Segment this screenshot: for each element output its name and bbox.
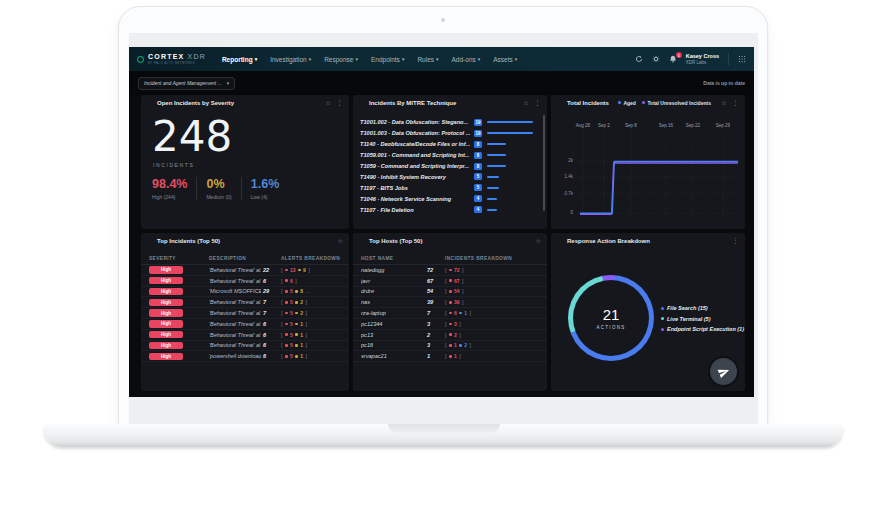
table-row[interactable]: pc132[2] (353, 330, 547, 341)
table-row[interactable]: natedogg72[72] (353, 265, 547, 276)
alerts-breakdown: [51] (281, 353, 341, 359)
nav-item-endpoints[interactable]: Endpoints▾ (371, 56, 404, 63)
alerts-count: 6 (263, 353, 281, 359)
apps-grid-icon[interactable] (738, 55, 746, 63)
table-row[interactable]: srvapac211[1] (353, 351, 547, 362)
table-row[interactable]: pc163[12] (353, 341, 547, 352)
col-header-alerts-breakdown: ALERTS BREAKDOWN (281, 256, 341, 261)
mitre-technique-name: T1197 - BITS Jobs (360, 185, 474, 191)
nav-item-add-ons[interactable]: Add-ons▾ (452, 56, 481, 63)
mitre-row[interactable]: T1140 - Deobfuscate/Decode Files or Inf.… (360, 139, 541, 150)
mitre-row[interactable]: T1001.003 - Data Obfuscation: Protocol .… (360, 128, 541, 139)
total-incidents-count: 248 (152, 116, 349, 158)
breakdown-value: 8 (300, 288, 303, 294)
mitre-row[interactable]: T1490 - Inhibit System Recovery5 (360, 171, 541, 182)
user-org: XDR Labs (686, 60, 719, 65)
breakdown-cell: [58… (281, 288, 341, 294)
mitre-row[interactable]: T1197 - BITS Jobs5 (360, 182, 541, 193)
favorite-star-icon[interactable]: ☆ (536, 237, 541, 244)
user-menu[interactable]: Kasey Cross XDR Labs (686, 53, 719, 64)
severity-cell: High (149, 320, 209, 328)
mitre-row[interactable]: T1046 - Network Service Scanning4 (360, 193, 541, 204)
mitre-row[interactable]: T1059 - Command and Scripting Interpr...… (360, 161, 541, 172)
table-row[interactable]: High'Behavioral Threat' al...6[51] (141, 341, 349, 352)
top-hosts-header: HOST NAMEINCIDENTS BREAKDOWN (353, 252, 547, 265)
kebab-menu-icon[interactable]: ⋮ (732, 237, 739, 245)
favorite-star-icon[interactable]: ☆ (326, 99, 331, 106)
table-row[interactable]: drdre54[54] (353, 287, 547, 298)
nav-item-response[interactable]: Response▾ (324, 56, 358, 63)
nav-item-investigation[interactable]: Investigation▾ (270, 56, 311, 63)
webcam-dot (441, 18, 445, 22)
bracket-close: ] (462, 267, 464, 273)
alerts-breakdown: [52] (281, 310, 341, 316)
chevron-down-icon: ▾ (478, 56, 481, 62)
breakdown-dot-red (449, 344, 452, 347)
table-row[interactable]: High'Behavioral Threat' al...6[51] (141, 319, 349, 330)
donut-legend-dot (661, 317, 664, 320)
nav-item-reporting[interactable]: Reporting▾ (222, 56, 257, 63)
host-name: javr (361, 278, 427, 284)
table-row[interactable]: javr67[67] (353, 276, 547, 287)
mitre-row[interactable]: T1059.001 - Command and Scripting Int...… (360, 150, 541, 161)
donut-legend-label: File Search (15) (667, 305, 708, 311)
breakdown-cell: [52] (281, 299, 341, 305)
refresh-icon[interactable] (635, 55, 643, 63)
incidents-count: 54 (427, 288, 445, 294)
kebab-menu-icon[interactable]: ⋮ (534, 99, 541, 107)
favorite-star-icon[interactable]: ☆ (338, 237, 343, 244)
breakdown-value: 1 (300, 332, 303, 338)
table-row[interactable]: rza-laptop7[61] (353, 308, 547, 319)
breakdown-value: 5 (290, 353, 293, 359)
bracket-open: [ (445, 288, 447, 294)
dashboard-selector-dropdown[interactable]: Incident and Agent Management ... ▾ (138, 77, 235, 90)
kebab-menu-icon[interactable]: ⋮ (336, 99, 343, 107)
severity-stat-high: 98.4%High (244) (152, 177, 196, 200)
nav-item-label: Response (324, 56, 353, 63)
breakdown-dot-yellow (295, 344, 298, 347)
nav-item-rules[interactable]: Rules▾ (417, 56, 438, 63)
mitre-count-badge: 8 (474, 163, 482, 170)
table-row[interactable]: nas39[39] (353, 297, 547, 308)
gear-icon[interactable] (652, 55, 660, 63)
mitre-count-badge: 19 (474, 119, 482, 126)
host-cell: pc16 (361, 342, 427, 348)
table-row[interactable]: High'Behavioral Threat' al...22[139] (141, 265, 349, 276)
bracket-close: ] (306, 299, 308, 305)
widget-icon (557, 238, 563, 244)
table-row[interactable]: High'Behavioral Threat' al...7[52] (141, 297, 349, 308)
panel-top-hosts: Top Hosts (Top 50) ☆ HOST NAMEINCIDENTS … (353, 233, 547, 391)
table-row[interactable]: High'Behavioral Threat' al...7[52] (141, 308, 349, 319)
breakdown-value: 1 (454, 342, 457, 348)
notifications-bell-icon[interactable]: 1 (669, 55, 677, 63)
incidents-breakdown: [67] (445, 278, 539, 284)
table-row[interactable]: High'Behavioral Threat' al...6[6] (141, 276, 349, 287)
bracket-open: [ (445, 342, 447, 348)
alerts-breakdown: [58… (281, 288, 341, 294)
cortex-xdr-logo[interactable]: CORTEX XDR BY PALO ALTO NETWORKS (137, 53, 206, 66)
bracket-open: [ (445, 353, 447, 359)
favorite-star-icon[interactable]: ☆ (524, 99, 529, 106)
breakdown-value: 9 (303, 267, 306, 273)
table-row[interactable]: High'powershell download...6[51] (141, 351, 349, 362)
table-row[interactable]: High'Microsoft MSOFFICE...29[58… (141, 287, 349, 298)
alerts-count: 6 (263, 332, 281, 338)
breakdown-dot-yellow (298, 269, 301, 272)
host-cell: srvapac21 (361, 353, 427, 359)
incident-description: 'powershell download... (209, 353, 261, 359)
bracket-close: ] (306, 321, 308, 327)
breakdown-dot-red (449, 355, 452, 358)
scrollbar[interactable] (543, 115, 546, 211)
severity-cell: High (149, 288, 209, 296)
mitre-row[interactable]: T1107 - File Deletion4 (360, 204, 541, 215)
panel-title: Response Action Breakdown (567, 238, 650, 244)
bracket-close: ] (462, 288, 464, 294)
mitre-row[interactable]: T1001.002 - Data Obfuscation: Stegano...… (360, 117, 541, 128)
breakdown-dot-yellow (295, 355, 298, 358)
table-row[interactable]: pc123443[3] (353, 319, 547, 330)
send-feedback-fab[interactable] (710, 358, 737, 385)
nav-item-assets[interactable]: Assets▾ (493, 56, 517, 63)
table-row[interactable]: High'Behavioral Threat' al...6[51] (141, 330, 349, 341)
breakdown-value: 5 (290, 310, 293, 316)
panel-top-incidents: Top Incidents (Top 50) ☆ SEVERITYDESCRIP… (141, 233, 349, 391)
